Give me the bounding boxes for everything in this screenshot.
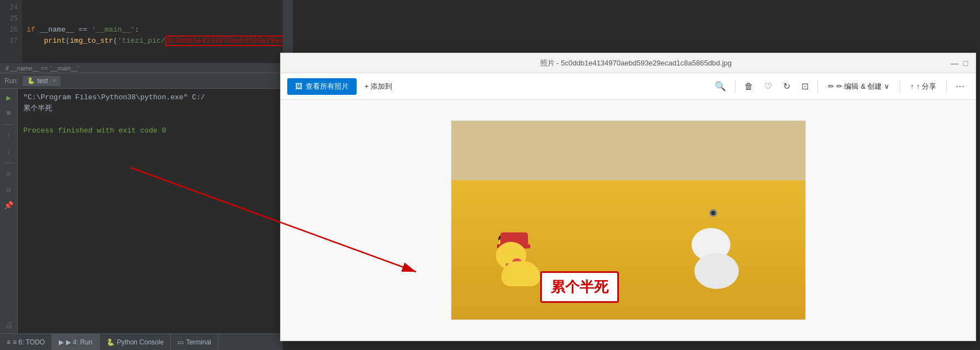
output-chinese: 累个半死: [23, 103, 277, 114]
share-label: ↑ 分享: [916, 82, 936, 92]
edit-create-button[interactable]: ✏ ✏ 编辑 & 创建 ∨: [822, 78, 896, 95]
python-icon: 🐍: [106, 338, 115, 346]
run-play-button[interactable]: ▶: [3, 92, 14, 103]
pika-body: [501, 261, 540, 286]
run-body: ▶ ■ ↑ ↓ ≡ ⊟ 📌 🖨 🗑 "C:\Program Files\Pyth…: [0, 89, 283, 350]
more-icon: ⋯: [956, 81, 964, 92]
maximize-button[interactable]: □: [962, 60, 969, 67]
rotate-button[interactable]: ↻: [779, 78, 795, 95]
toolbar-divider3: [900, 80, 900, 93]
minimize-button[interactable]: —: [951, 60, 958, 67]
code-editor: 24 25 26 27 if __name__ == '__main__': p…: [0, 0, 283, 64]
run-tab-close[interactable]: ×: [53, 78, 56, 84]
photo-content: 累个半死: [281, 100, 976, 341]
run-tab-icon: 🐍: [27, 77, 35, 84]
toolbar-divider1: [735, 80, 735, 93]
round-eye-inner: [711, 211, 715, 215]
toolbar-divider2: [817, 80, 818, 93]
scroll-up-button[interactable]: ↑: [3, 130, 14, 141]
scroll-down-button[interactable]: ↓: [3, 146, 14, 157]
breadcrumb: if __name__ == '__main__': [0, 64, 283, 73]
delete-photo-button[interactable]: 🗑: [740, 78, 758, 95]
photo-title: 照片 - 5c0ddb1e4134970aebd593e29ecad1c8a58…: [321, 58, 951, 68]
view-all-photos-button[interactable]: 🖼 查看所有照片: [287, 78, 357, 95]
more-button[interactable]: ⋯: [951, 78, 969, 95]
crop-icon: ⊡: [801, 81, 809, 92]
status-bar: ≡ ≡ 6: TODO ▶ ▶ 4: Run 🐍 Python Console …: [0, 333, 283, 350]
scene-wall: [451, 121, 805, 180]
share-button[interactable]: ↑ ↑ 分享: [905, 78, 942, 95]
run-status-label: ▶ 4: Run: [66, 338, 93, 346]
zoom-icon: 🔍: [715, 81, 726, 92]
add-to-label: + 添加到: [364, 82, 392, 92]
zoom-button[interactable]: 🔍: [710, 78, 730, 95]
output-process: Process finished with exit code 0: [23, 125, 277, 136]
terminal-button[interactable]: ▭ Terminal: [171, 334, 218, 350]
add-to-button[interactable]: + 添加到: [359, 78, 398, 95]
delete-icon: 🗑: [744, 82, 753, 92]
run-label: Run:: [4, 77, 18, 85]
edit-create-label: ✏ 编辑 & 创建: [836, 82, 882, 92]
photo-titlebar: 照片 - 5c0ddb1e4134970aebd593e29ecad1c8a58…: [281, 53, 976, 73]
toolbar-divider4: [946, 80, 947, 93]
python-console-label: Python Console: [117, 338, 164, 346]
run-tabs: Run: 🐍 test ×: [0, 73, 283, 89]
run-play-icon: ▶: [59, 338, 64, 346]
round-eye: [709, 209, 717, 217]
run-tab-active[interactable]: 🐍 test ×: [23, 76, 60, 86]
run-stop-button[interactable]: ■: [3, 108, 14, 119]
todo-icon: ≡: [7, 338, 11, 346]
run-panel: Run: 🐍 test × ▶ ■ ↑ ↓ ≡ ⊟ 📌 🖨 🗑: [0, 73, 283, 350]
ide-container: 24 25 26 27 if __name__ == '__main__': p…: [0, 0, 283, 350]
run-toolbar: ▶ ■ ↑ ↓ ≡ ⊟ 📌 🖨 🗑: [0, 89, 18, 350]
view-all-label: 查看所有照片: [306, 82, 349, 92]
fold-button[interactable]: ⊟: [3, 184, 14, 195]
favorite-button[interactable]: ♡: [760, 78, 776, 95]
code-content[interactable]: if __name__ == '__main__': print(img_to_…: [22, 0, 283, 63]
image-text-content: 累个半死: [551, 278, 608, 295]
run-output: "C:\Program Files\Python38\python.exe" C…: [18, 89, 283, 350]
run-tab-name: test: [37, 77, 48, 85]
line-numbers: 24 25 26 27: [0, 0, 22, 63]
photos-icon: 🖼: [295, 82, 302, 90]
todo-label: ≡ 6: TODO: [13, 338, 45, 346]
window-controls: — □: [951, 60, 969, 67]
print-button[interactable]: 🖨: [3, 320, 14, 331]
edit-icon: ✏: [828, 82, 834, 90]
heart-icon: ♡: [764, 81, 772, 92]
terminal-label: Terminal: [186, 338, 211, 346]
round-body: [694, 253, 739, 289]
rotate-icon: ↻: [783, 81, 790, 92]
python-console-button[interactable]: 🐍 Python Console: [100, 334, 171, 350]
photo-viewer: 照片 - 5c0ddb1e4134970aebd593e29ecad1c8a58…: [280, 53, 976, 341]
terminal-icon: ▭: [177, 338, 184, 346]
todo-button[interactable]: ≡ ≡ 6: TODO: [0, 334, 52, 350]
anime-image: 累个半死: [451, 120, 806, 320]
photo-toolbar: 🖼 查看所有照片 + 添加到 🔍 🗑 ♡ ↻ ⊡ ✏ ✏ 编辑 & 创建 ∨: [281, 73, 976, 100]
share-icon: ↑: [910, 82, 914, 90]
output-command: "C:\Program Files\Python38\python.exe" C…: [23, 92, 277, 103]
pin-button[interactable]: 📌: [3, 200, 14, 211]
run-status-button[interactable]: ▶ ▶ 4: Run: [52, 334, 100, 350]
crop-button[interactable]: ⊡: [797, 78, 813, 95]
dropdown-icon: ∨: [884, 82, 890, 90]
character-right: [689, 239, 750, 289]
soft-wrap-button[interactable]: ≡: [3, 169, 14, 180]
image-text-box: 累个半死: [540, 271, 619, 303]
